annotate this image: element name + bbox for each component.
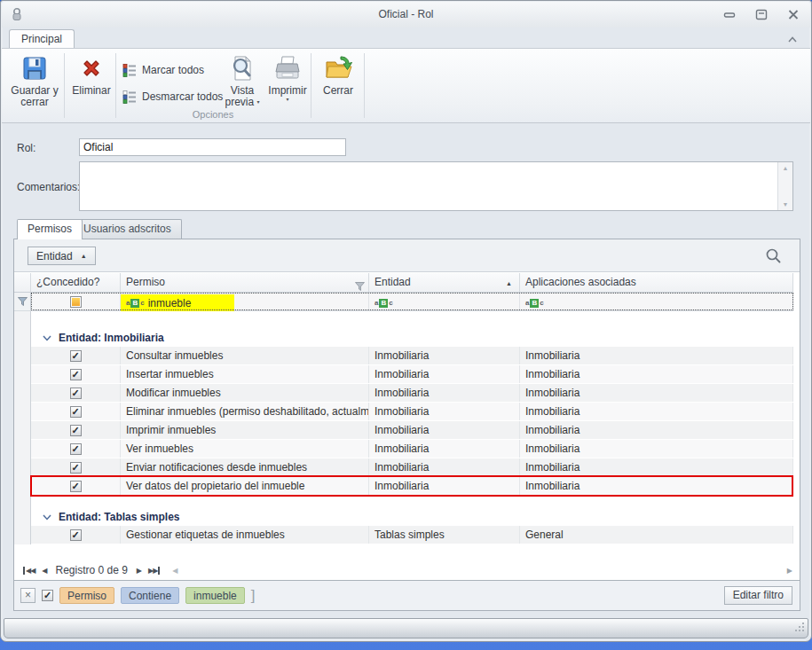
save-close-button[interactable]: Guardar y cerrar xyxy=(9,53,60,108)
auto-filter-row[interactable]: aBc inmueble aBc aBc xyxy=(14,293,793,311)
filter-row-indicator xyxy=(14,293,31,310)
row-indicator-strip xyxy=(14,311,31,544)
comments-scrollbar[interactable]: ▲ ▼ xyxy=(777,162,792,210)
abc-filter-icon: aBc xyxy=(374,299,393,308)
table-row[interactable]: ✓ Consultar inmuebles Inmobiliaria Inmob… xyxy=(31,347,793,365)
granted-checkbox[interactable]: ✓ xyxy=(70,350,82,362)
filter-panel: × ✓ Permiso Contiene inmueble ] Editar f… xyxy=(14,580,800,610)
rol-input[interactable] xyxy=(79,138,346,156)
scroll-down-icon[interactable]: ▼ xyxy=(778,201,792,208)
ribbon-separator xyxy=(364,53,365,118)
column-header-permiso[interactable]: Permiso xyxy=(121,273,369,292)
delete-button[interactable]: Eliminar xyxy=(69,53,114,97)
table-row[interactable]: ✓ Modificar inmuebles Inmobiliaria Inmob… xyxy=(31,384,793,403)
nav-first-button[interactable]: ◀◀ xyxy=(23,567,35,575)
group-row-inmobiliaria[interactable]: Entidad: Inmobiliaria xyxy=(31,329,793,347)
search-icon[interactable] xyxy=(765,247,782,267)
filter-entidad-cell[interactable]: aBc xyxy=(369,293,520,310)
restore-button[interactable] xyxy=(755,9,768,20)
ribbon: Guardar y cerrar Eliminar Marcar todos xyxy=(2,48,810,123)
filter-value-pill[interactable]: inmueble xyxy=(185,587,245,604)
record-counter: Registro 0 de 9 xyxy=(55,564,127,576)
filter-field-pill[interactable]: Permiso xyxy=(59,587,114,604)
granted-checkbox[interactable]: ✓ xyxy=(70,406,82,418)
tab-usuarios-adscritos[interactable]: Usuarios adscritos xyxy=(73,219,182,239)
table-row[interactable]: ✓ Eliminar inmuebles (permiso deshabilit… xyxy=(31,403,793,421)
column-header-concedido[interactable]: ¿Concedido? xyxy=(31,273,121,292)
filter-granted-cell[interactable] xyxy=(31,293,121,310)
column-header-entidad[interactable]: Entidad ▲ xyxy=(369,273,520,292)
group-row-tablas-simples[interactable]: Entidad: Tablas simples xyxy=(31,508,793,526)
print-preview-icon xyxy=(228,54,256,82)
filter-enabled-checkbox[interactable]: ✓ xyxy=(42,590,53,601)
tab-permisos[interactable]: Permisos xyxy=(17,219,83,239)
table-row-annotated[interactable]: ✓ Ver datos del propietario del inmueble… xyxy=(31,477,793,496)
print-button[interactable]: Imprimir ▾ xyxy=(267,53,308,102)
nav-next-button[interactable]: ▶ xyxy=(137,567,141,575)
filter-funnel-icon xyxy=(18,297,28,306)
column-header-aplicaciones[interactable]: Aplicaciones asociadas xyxy=(520,273,793,292)
granted-filter-checkbox[interactable] xyxy=(70,296,82,308)
ribbon-tab-principal[interactable]: Principal xyxy=(9,29,75,49)
group-by-entidad-pill[interactable]: Entidad ▲ xyxy=(28,247,96,265)
checklist-icon xyxy=(122,63,137,77)
abc-filter-icon: aBc xyxy=(126,299,145,308)
delete-x-icon xyxy=(77,54,106,82)
checklist-icon xyxy=(122,90,137,104)
sort-asc-icon: ▲ xyxy=(506,274,512,292)
abc-filter-icon: aBc xyxy=(525,299,544,308)
filter-funnel-icon[interactable] xyxy=(355,278,365,292)
table-row[interactable]: ✓ Insertar inmuebles Inmobiliaria Inmobi… xyxy=(31,365,793,384)
ribbon-tab-row: Principal xyxy=(2,27,810,48)
nav-prev-button[interactable]: ◀ xyxy=(42,567,46,575)
table-row[interactable]: ✓ Gestionar etiquetas de inmuebles Tabla… xyxy=(31,526,793,544)
group-collapse-chevron-icon xyxy=(43,514,51,521)
uncheck-all-button[interactable]: Desmarcar todos xyxy=(122,88,223,106)
close-folder-icon xyxy=(324,54,352,82)
dropdown-caret-icon: ▾ xyxy=(267,97,308,102)
status-bar xyxy=(4,618,808,638)
filter-value-text: inmueble xyxy=(148,294,192,312)
titlebar: Oficial - Rol xyxy=(2,2,810,27)
ribbon-separator xyxy=(64,53,65,118)
table-row[interactable]: ✓ Enviar notificaciones desde inmuebles … xyxy=(31,458,793,477)
granted-checkbox[interactable]: ✓ xyxy=(70,388,82,399)
filter-highlight: aBc inmueble xyxy=(121,294,234,312)
filter-operator-pill[interactable]: Contiene xyxy=(121,587,179,604)
print-preview-button[interactable]: Vista previa ▾ xyxy=(220,53,264,108)
hscroll-left-icon[interactable]: ◀ xyxy=(172,567,177,575)
granted-checkbox[interactable]: ✓ xyxy=(70,481,82,492)
rol-label: Rol: xyxy=(17,142,35,154)
grid-body: Entidad: Inmobiliaria ✓ Consultar inmueb… xyxy=(14,311,793,544)
close-button[interactable] xyxy=(787,9,800,20)
comments-textarea[interactable]: ▲ ▼ xyxy=(79,161,793,211)
table-row[interactable]: ✓ Imprimir inmuebles Inmobiliaria Inmobi… xyxy=(31,421,793,440)
nav-last-button[interactable]: ▶▶ xyxy=(148,567,160,575)
resize-grip-icon[interactable] xyxy=(794,622,805,635)
dropdown-caret-icon: ▾ xyxy=(257,99,260,105)
granted-checkbox[interactable]: ✓ xyxy=(70,443,82,455)
granted-checkbox[interactable]: ✓ xyxy=(70,462,82,474)
hscroll-right-icon[interactable]: ▶ xyxy=(787,567,792,575)
table-row[interactable]: ✓ Ver inmuebles Inmobiliaria Inmobiliari… xyxy=(31,440,793,458)
collapse-ribbon-icon[interactable] xyxy=(787,34,798,46)
record-navigator: ◀◀ ◀ Registro 0 de 9 ▶ ▶▶ ◀ ▶ xyxy=(14,560,800,580)
close-form-button[interactable]: Cerrar xyxy=(316,53,360,97)
app-window: Oficial - Rol Principal xyxy=(0,0,812,642)
ribbon-separator xyxy=(311,53,311,118)
close-filter-button[interactable]: × xyxy=(20,588,35,603)
edit-filter-button[interactable]: Editar filtro xyxy=(724,586,792,605)
granted-checkbox[interactable]: ✓ xyxy=(70,369,82,380)
scroll-up-icon[interactable]: ▲ xyxy=(778,165,792,171)
printer-icon xyxy=(273,54,302,82)
check-all-button[interactable]: Marcar todos xyxy=(122,61,204,79)
window-title: Oficial - Rol xyxy=(2,2,810,27)
filter-apps-cell[interactable]: aBc xyxy=(520,293,793,310)
grid-header-row: ¿Concedido? Permiso Entidad ▲ Aplicacion… xyxy=(14,273,793,293)
minimize-button[interactable] xyxy=(723,9,736,20)
granted-checkbox[interactable]: ✓ xyxy=(70,529,82,541)
filter-permiso-cell[interactable]: aBc inmueble xyxy=(121,293,369,310)
filter-closing-bracket: ] xyxy=(251,588,256,603)
granted-checkbox[interactable]: ✓ xyxy=(70,425,82,436)
permisos-tab-page: Entidad ▲ ¿Concedido? Permiso xyxy=(13,239,800,611)
